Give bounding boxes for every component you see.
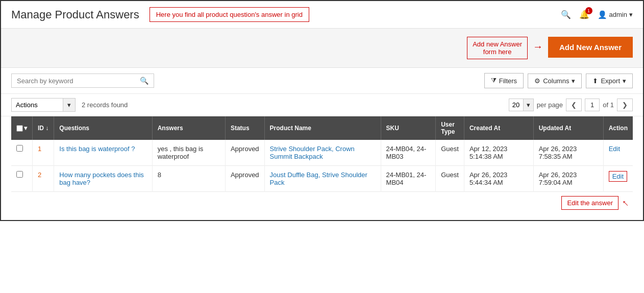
export-chevron-icon: ▾ (623, 77, 626, 85)
td-product-2: Joust Duffle Bag, Strive Shoulder Pack (264, 166, 381, 192)
td-sku-2: 24-MB01, 24-MB04 (381, 166, 436, 192)
table-wrapper: ▾ ID ↓ Questions Answers Status Product … (1, 116, 643, 220)
prev-page-button[interactable]: ❮ (566, 99, 582, 111)
toolbar-area: Add new Answerform here → Add New Answer (1, 29, 643, 68)
question-link-2[interactable]: How many pockets does this bag have? (59, 171, 143, 186)
user-name: admin (609, 11, 627, 18)
search-box-icon: 🔍 (140, 77, 148, 85)
th-id[interactable]: ID ↓ (33, 116, 54, 140)
row1-checkbox[interactable] (16, 145, 23, 152)
actions-select[interactable]: Actions ▾ (11, 98, 76, 112)
table-row: 1 Is this bag is waterproof ? yes , this… (11, 140, 633, 166)
th-checkbox[interactable]: ▾ (11, 116, 33, 140)
td-sku-1: 24-MB04, 24-MB03 (381, 140, 436, 166)
td-status-2: Approved (225, 166, 264, 192)
export-label: Export (601, 77, 620, 85)
td-question-2: How many pockets does this bag have? (54, 166, 152, 192)
td-created-2: Apr 26, 2023 5:44:34 AM (464, 166, 533, 192)
gear-icon: ⚙ (534, 77, 540, 85)
arrow-icon: → (533, 41, 543, 53)
header-left: Manage Product Answers Here you find all… (11, 7, 309, 22)
td-product-1: Strive Shoulder Pack, Crown Summit Backp… (264, 140, 381, 166)
product-link-2[interactable]: Joust Duffle Bag, Strive Shoulder Pack (270, 171, 367, 186)
per-page-label: per page (537, 101, 563, 109)
td-status-1: Approved (225, 140, 264, 166)
select-all-checkbox[interactable] (16, 125, 23, 132)
answers-table: ▾ ID ↓ Questions Answers Status Product … (11, 116, 633, 192)
edit-link-2[interactable]: Edit (612, 173, 624, 180)
filters-button[interactable]: ⧩ Filters (484, 73, 524, 88)
th-status[interactable]: Status (225, 116, 264, 140)
actions-chevron-icon[interactable]: ▾ (63, 99, 75, 111)
export-icon: ⬆ (592, 77, 598, 85)
search-input[interactable] (17, 77, 140, 85)
question-link-1[interactable]: Is this bag is waterproof ? (59, 145, 135, 153)
next-page-button[interactable]: ❯ (617, 99, 633, 111)
page-title: Manage Product Answers (11, 8, 139, 21)
add-new-answer-button[interactable]: Add New Answer (548, 37, 633, 58)
th-updated-at[interactable]: Updated At (533, 116, 603, 140)
edit-answer-annotation: Edit the answer ↑ (11, 196, 633, 210)
export-button[interactable]: ⬆ Export ▾ (586, 74, 633, 88)
search-icon[interactable]: 🔍 (561, 10, 571, 19)
td-question-1: Is this bag is waterproof ? (54, 140, 152, 166)
edit-link-1[interactable]: Edit (609, 145, 620, 153)
td-usertype-1: Guest (436, 140, 464, 166)
td-created-1: Apr 12, 2023 5:14:38 AM (464, 140, 533, 166)
sort-icon: ↓ (45, 125, 48, 132)
actions-left: Actions ▾ 2 records found (11, 98, 128, 112)
per-page-dropdown[interactable]: 20 (509, 99, 523, 111)
td-updated-1: Apr 26, 2023 7:58:35 AM (533, 140, 603, 166)
header: Manage Product Answers Here you find all… (1, 1, 643, 29)
td-usertype-2: Guest (436, 166, 464, 192)
td-answer-2: 8 (152, 166, 225, 192)
th-user-type[interactable]: UserType (436, 116, 464, 140)
columns-label: Columns (543, 77, 569, 85)
table-header-row: ▾ ID ↓ Questions Answers Status Product … (11, 116, 633, 140)
actions-dropdown[interactable]: Actions (12, 99, 63, 111)
td-checkbox-1[interactable] (11, 140, 33, 166)
product-link-1[interactable]: Strive Shoulder Pack, Crown Summit Backp… (270, 145, 355, 160)
columns-chevron-icon: ▾ (572, 77, 575, 85)
td-updated-2: Apr 26, 2023 7:59:04 AM (533, 166, 603, 192)
edit-answer-box: Edit the answer (561, 196, 618, 210)
notification-count: 1 (585, 7, 592, 14)
pagination: 20 ▾ per page ❮ 1 of 1 ❯ (509, 99, 633, 111)
edit-answer-arrow-icon: ↑ (619, 197, 631, 209)
columns-button[interactable]: ⚙ Columns ▾ (528, 74, 582, 88)
td-action-2: Edit (603, 166, 633, 192)
th-checkbox-chevron-icon[interactable]: ▾ (24, 125, 27, 132)
filters-label: Filters (499, 77, 517, 85)
table-row: 2 How many pockets does this bag have? 8… (11, 166, 633, 192)
filter-actions: ⧩ Filters ⚙ Columns ▾ ⬆ Export ▾ (484, 73, 633, 88)
th-action[interactable]: Action (603, 116, 633, 140)
header-description: Here you find all product question's ans… (150, 7, 309, 22)
th-questions[interactable]: Questions (54, 116, 152, 140)
actions-row: Actions ▾ 2 records found 20 ▾ per page … (1, 94, 643, 116)
notifications-bell[interactable]: 🔔 1 (579, 10, 589, 19)
user-chevron-icon: ▾ (629, 11, 633, 18)
filter-row: 🔍 ⧩ Filters ⚙ Columns ▾ ⬆ Export ▾ (1, 68, 643, 94)
row2-checkbox[interactable] (16, 171, 23, 178)
funnel-icon: ⧩ (491, 77, 497, 85)
td-id-1: 1 (33, 140, 54, 166)
th-created-at[interactable]: Created At (464, 116, 533, 140)
th-sku[interactable]: SKU (381, 116, 436, 140)
page-of-label: of 1 (603, 101, 614, 109)
td-action-1: Edit (603, 140, 633, 166)
td-id-2: 2 (33, 166, 54, 192)
records-found: 2 records found (82, 101, 128, 109)
user-icon: 👤 (598, 10, 607, 19)
user-menu[interactable]: 👤 admin ▾ (598, 10, 633, 19)
add-answer-note: Add new Answerform here (467, 37, 528, 59)
th-answers[interactable]: Answers (152, 116, 225, 140)
search-box[interactable]: 🔍 (11, 74, 154, 88)
td-checkbox-2[interactable] (11, 166, 33, 192)
edit-highlight-box: Edit (609, 171, 627, 182)
header-right: 🔍 🔔 1 👤 admin ▾ (561, 10, 633, 19)
current-page: 1 (585, 99, 600, 111)
per-page-select[interactable]: 20 ▾ (509, 99, 534, 111)
per-page-chevron-icon[interactable]: ▾ (523, 99, 533, 111)
td-answer-1: yes , this bag is waterproof (152, 140, 225, 166)
th-product-name[interactable]: Product Name (264, 116, 381, 140)
